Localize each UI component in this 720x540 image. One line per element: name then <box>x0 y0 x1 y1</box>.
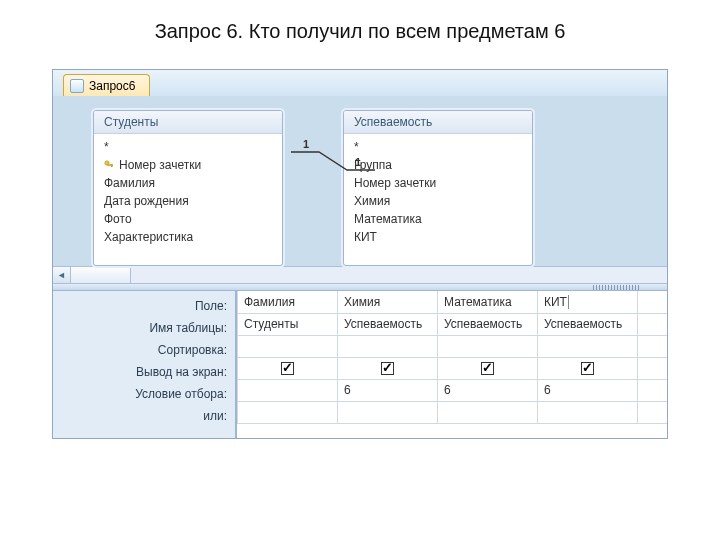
cell-sort[interactable] <box>238 335 338 357</box>
field-birthdate[interactable]: Дата рождения <box>104 192 272 210</box>
field-characteristic[interactable]: Характеристика <box>104 228 272 246</box>
checkbox-icon[interactable] <box>581 362 594 375</box>
page-title: Запрос 6. Кто получил по всем предметам … <box>0 0 720 55</box>
cell-field[interactable]: Математика <box>438 291 538 313</box>
field-star[interactable]: * <box>354 138 522 156</box>
query-tab-label: Запрос6 <box>89 79 135 93</box>
cell-empty[interactable] <box>638 291 668 313</box>
table-students-title: Студенты <box>94 111 282 134</box>
field-grade-id[interactable]: Номер зачетки <box>354 174 522 192</box>
cell-criteria[interactable] <box>238 379 338 401</box>
query-designer-window: Запрос6 Студенты * Номер зачетки Фамилия… <box>52 69 668 439</box>
primary-key-icon <box>104 160 114 170</box>
table-students-fields: * Номер зачетки Фамилия Дата рождения Фо… <box>94 134 282 252</box>
row-sort <box>238 335 668 357</box>
table-grades-title: Успеваемость <box>344 111 532 134</box>
checkbox-icon[interactable] <box>481 362 494 375</box>
cell-sort[interactable] <box>438 335 538 357</box>
row-label-field: Поле: <box>53 295 227 317</box>
design-grid-pane: Поле: Имя таблицы: Сортировка: Вывод на … <box>53 291 667 438</box>
query-tab[interactable]: Запрос6 <box>63 74 150 96</box>
cell-or[interactable] <box>238 401 338 423</box>
scroll-thumb[interactable] <box>71 267 131 283</box>
grid-row-labels: Поле: Имя таблицы: Сортировка: Вывод на … <box>53 291 235 438</box>
cell-table[interactable]: Успеваемость <box>538 313 638 335</box>
row-label-sort: Сортировка: <box>53 339 227 361</box>
field-group[interactable]: Группа <box>354 156 522 174</box>
scroll-left-button[interactable]: ◄ <box>53 267 71 283</box>
field-label: Номер зачетки <box>119 156 201 174</box>
row-field: Фамилия Химия Математика КИТ <box>238 291 668 313</box>
checkbox-icon[interactable] <box>281 362 294 375</box>
row-label-show: Вывод на экран: <box>53 361 227 383</box>
field-math[interactable]: Математика <box>354 210 522 228</box>
field-star[interactable]: * <box>104 138 272 156</box>
svg-rect-2 <box>111 165 112 167</box>
cell-empty[interactable] <box>638 401 668 423</box>
cell-show[interactable] <box>238 357 338 379</box>
cell-sort[interactable] <box>538 335 638 357</box>
cell-table[interactable]: Успеваемость <box>438 313 538 335</box>
cell-or[interactable] <box>538 401 638 423</box>
relationship-pane[interactable]: Студенты * Номер зачетки Фамилия Дата ро… <box>53 96 667 266</box>
cell-empty[interactable] <box>638 335 668 357</box>
row-show <box>238 357 668 379</box>
cell-field[interactable]: КИТ <box>538 291 638 313</box>
relationship-right-cardinality: 1 <box>355 156 361 168</box>
table-students[interactable]: Студенты * Номер зачетки Фамилия Дата ро… <box>93 110 283 266</box>
query-icon <box>70 79 84 93</box>
cell-criteria[interactable]: 6 <box>338 379 438 401</box>
cell-table[interactable]: Успеваемость <box>338 313 438 335</box>
pane-splitter[interactable] <box>53 284 667 291</box>
cell-or[interactable] <box>338 401 438 423</box>
cell-field[interactable]: Фамилия <box>238 291 338 313</box>
cell-sort[interactable] <box>338 335 438 357</box>
table-grades[interactable]: Успеваемость * Группа Номер зачетки Хими… <box>343 110 533 266</box>
cell-table[interactable]: Студенты <box>238 313 338 335</box>
design-grid[interactable]: Фамилия Химия Математика КИТ Студенты Ус… <box>235 291 667 438</box>
field-lastname[interactable]: Фамилия <box>104 174 272 192</box>
scroll-track[interactable] <box>131 267 667 283</box>
cell-show[interactable] <box>538 357 638 379</box>
horizontal-scrollbar[interactable]: ◄ <box>53 266 667 284</box>
document-tabs: Запрос6 <box>53 70 667 96</box>
row-or <box>238 401 668 423</box>
cell-empty[interactable] <box>638 313 668 335</box>
row-label-or: или: <box>53 405 227 427</box>
cell-empty[interactable] <box>638 357 668 379</box>
cell-field[interactable]: Химия <box>338 291 438 313</box>
cell-show[interactable] <box>338 357 438 379</box>
field-chemistry[interactable]: Химия <box>354 192 522 210</box>
cell-criteria[interactable]: 6 <box>438 379 538 401</box>
row-label-criteria: Условие отбора: <box>53 383 227 405</box>
cell-show[interactable] <box>438 357 538 379</box>
field-kit[interactable]: КИТ <box>354 228 522 246</box>
checkbox-icon[interactable] <box>381 362 394 375</box>
cell-empty[interactable] <box>638 379 668 401</box>
row-criteria: 6 6 6 <box>238 379 668 401</box>
relationship-left-cardinality: 1 <box>303 138 309 150</box>
table-grades-fields: * Группа Номер зачетки Химия Математика … <box>344 134 532 252</box>
cell-or[interactable] <box>438 401 538 423</box>
cell-criteria[interactable]: 6 <box>538 379 638 401</box>
row-label-table: Имя таблицы: <box>53 317 227 339</box>
field-photo[interactable]: Фото <box>104 210 272 228</box>
row-table: Студенты Успеваемость Успеваемость Успев… <box>238 313 668 335</box>
field-student-id[interactable]: Номер зачетки <box>104 156 272 174</box>
